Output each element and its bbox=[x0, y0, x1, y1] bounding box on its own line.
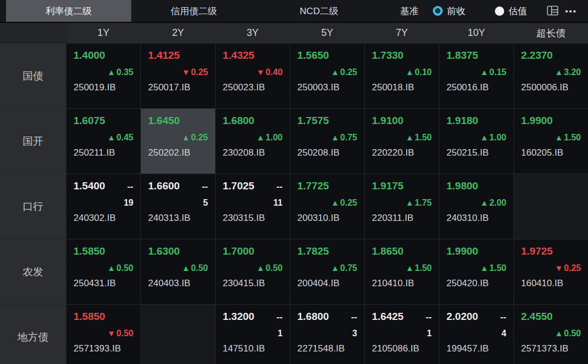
rate-cell[interactable]: 1.9180▲1.00250215.IB bbox=[439, 109, 513, 174]
change-value: ▲0.75 bbox=[331, 133, 357, 143]
bond-code: 230208.IB bbox=[223, 147, 265, 158]
column-header: 2Y bbox=[141, 23, 215, 43]
rate-cell[interactable]: 1.6300▲0.50240403.IB bbox=[141, 239, 215, 304]
bond-code: 240403.IB bbox=[148, 278, 191, 289]
tab-bar: 利率债二级 信用债二级 NCD二级 bbox=[6, 0, 382, 22]
radio-unselected-icon bbox=[495, 7, 504, 16]
trade-count: 1 bbox=[278, 329, 283, 338]
no-change-dash: -- bbox=[351, 312, 357, 323]
rate-value: 1.6300 bbox=[148, 245, 180, 257]
column-header: 3Y bbox=[216, 23, 290, 43]
change-amount: 1.75 bbox=[415, 198, 432, 207]
change-amount: 0.50 bbox=[191, 263, 208, 273]
rate-value: 1.7000 bbox=[223, 245, 254, 257]
rate-value: 2.0200 bbox=[446, 311, 478, 323]
rate-cell[interactable]: 1.6075▲0.45250211.IB bbox=[66, 109, 140, 174]
rate-cell[interactable]: 1.6425--12105086.IB bbox=[365, 305, 439, 364]
rate-cell[interactable]: 1.3200--1147510.IB bbox=[216, 305, 290, 364]
rate-cell[interactable]: 1.7000▲0.50230415.IB bbox=[216, 239, 290, 304]
rate-cell[interactable]: 1.6800--32271548.IB bbox=[290, 305, 364, 364]
rate-cell[interactable]: 1.5850▼0.502571393.IB bbox=[66, 305, 140, 364]
rate-cell[interactable]: 1.4125▼0.25250017.IB bbox=[141, 44, 215, 108]
bond-code: 250208.IB bbox=[297, 147, 340, 158]
column-header: 1Y bbox=[66, 23, 140, 43]
rate-cell[interactable]: 1.9900▲1.50160205.IB bbox=[514, 109, 588, 174]
up-triangle-icon: ▲ bbox=[555, 133, 563, 142]
rate-cell[interactable]: 1.9900▲1.50250420.IB bbox=[439, 239, 513, 304]
rate-cell[interactable]: 1.8650▲1.50210410.IB bbox=[365, 239, 439, 304]
rate-cell[interactable]: 1.4000▲0.35250019.IB bbox=[66, 44, 140, 108]
change-amount: 1.50 bbox=[489, 263, 506, 273]
change-amount: 0.25 bbox=[564, 263, 581, 273]
change-value: ▲0.35 bbox=[107, 67, 133, 77]
rate-cell[interactable]: 1.5850▲0.50250431.IB bbox=[66, 239, 140, 304]
bond-code: 2105086.IB bbox=[372, 343, 419, 354]
tab-ncd-secondary[interactable]: NCD二级 bbox=[256, 0, 382, 22]
rate-value: 2.2370 bbox=[521, 50, 553, 61]
rate-cell[interactable]: 1.6450▲0.25250202.IB bbox=[141, 109, 215, 174]
rate-value: 1.9900 bbox=[446, 245, 478, 257]
rate-cell[interactable]: 1.8375▲0.15250016.IB bbox=[439, 44, 513, 108]
bond-code: 250202.IB bbox=[148, 147, 191, 158]
up-triangle-icon: ▲ bbox=[480, 67, 488, 77]
rate-cell[interactable]: 1.9175▲1.75220311.IB bbox=[365, 174, 439, 239]
row-label: 国债 bbox=[0, 44, 66, 108]
change-amount: 2.00 bbox=[489, 198, 506, 207]
rate-value: 1.4325 bbox=[223, 50, 254, 61]
bond-code: 2571373.IB bbox=[521, 343, 568, 354]
row-label: 国开 bbox=[0, 109, 66, 174]
rate-cell[interactable]: 1.5650▲0.25250003.IB bbox=[290, 44, 364, 108]
change-amount: 0.50 bbox=[117, 263, 133, 273]
rate-cell[interactable]: 2.4550▲0.502571373.IB bbox=[514, 305, 588, 364]
change-amount: 1.50 bbox=[564, 133, 581, 142]
bond-code: 250003.IB bbox=[297, 82, 340, 93]
change-value: ▲0.45 bbox=[107, 133, 133, 143]
up-triangle-icon: ▲ bbox=[331, 67, 339, 77]
change-amount: 0.50 bbox=[266, 263, 283, 273]
top-bar: 利率债二级 信用债二级 NCD二级 基准 前收 估值 ••• bbox=[0, 0, 588, 22]
change-amount: 0.10 bbox=[415, 67, 432, 77]
no-change-dash: -- bbox=[277, 181, 283, 192]
change-value: ▲2.00 bbox=[480, 198, 506, 208]
tab-rates-secondary[interactable]: 利率债二级 bbox=[6, 0, 131, 22]
rate-cell[interactable]: 1.6800▲1.00230208.IB bbox=[216, 109, 290, 174]
rate-cell[interactable]: 1.7725▲0.25200310.IB bbox=[290, 174, 364, 239]
more-options-icon[interactable]: ••• bbox=[562, 3, 580, 19]
rate-cell[interactable]: 2.2370▲3.202500006.IB bbox=[514, 44, 588, 108]
empty-cell[interactable] bbox=[141, 305, 215, 364]
rate-value: 1.6450 bbox=[148, 115, 180, 127]
change-value: ▲0.25 bbox=[331, 198, 357, 208]
empty-cell[interactable] bbox=[514, 174, 588, 239]
change-amount: 0.25 bbox=[340, 198, 357, 207]
bond-code: 230315.IB bbox=[223, 213, 265, 224]
rate-cell[interactable]: 1.7330▲0.10250018.IB bbox=[365, 44, 439, 108]
rate-cell[interactable]: 1.6600--5240313.IB bbox=[141, 174, 215, 239]
rate-cell[interactable]: 1.7575▲0.75250208.IB bbox=[290, 109, 364, 174]
radio-prev-close[interactable]: 前收 bbox=[433, 0, 465, 22]
rate-value: 1.5850 bbox=[74, 245, 105, 257]
up-triangle-icon: ▲ bbox=[555, 329, 563, 338]
rate-cell[interactable]: 1.7025--11230315.IB bbox=[216, 174, 290, 239]
trade-count: 11 bbox=[273, 198, 283, 208]
change-amount: 0.45 bbox=[117, 133, 133, 142]
rate-cell[interactable]: 1.7825▲0.75200404.IB bbox=[290, 239, 364, 304]
rate-cell[interactable]: 1.9100▲1.50220220.IB bbox=[365, 109, 439, 174]
radio-valuation[interactable]: 估值 bbox=[495, 0, 527, 22]
rate-value: 1.6800 bbox=[297, 311, 329, 323]
tab-credit-secondary[interactable]: 信用债二级 bbox=[131, 0, 256, 22]
trade-count: 5 bbox=[203, 198, 208, 208]
rate-value: 1.5850 bbox=[74, 311, 105, 323]
rate-cell[interactable]: 1.9800▲2.00240310.IB bbox=[439, 174, 513, 239]
change-value: ▲1.00 bbox=[480, 133, 506, 143]
bond-code: 2571393.IB bbox=[74, 343, 121, 354]
rate-cell[interactable]: 1.5400--19240302.IB bbox=[66, 174, 140, 239]
radio-valuation-label: 估值 bbox=[509, 5, 527, 17]
bond-code: 250431.IB bbox=[74, 278, 116, 289]
layout-panel-icon[interactable] bbox=[543, 3, 562, 19]
rate-cell[interactable]: 2.0200--4199457.IB bbox=[439, 305, 513, 364]
change-value: ▼0.25 bbox=[555, 263, 581, 273]
change-value: ▲0.15 bbox=[480, 67, 506, 77]
rate-cell[interactable]: 1.9725▼0.25160410.IB bbox=[514, 239, 588, 304]
trade-count: 4 bbox=[501, 329, 506, 338]
rate-cell[interactable]: 1.4325▼0.40250023.IB bbox=[216, 44, 290, 108]
